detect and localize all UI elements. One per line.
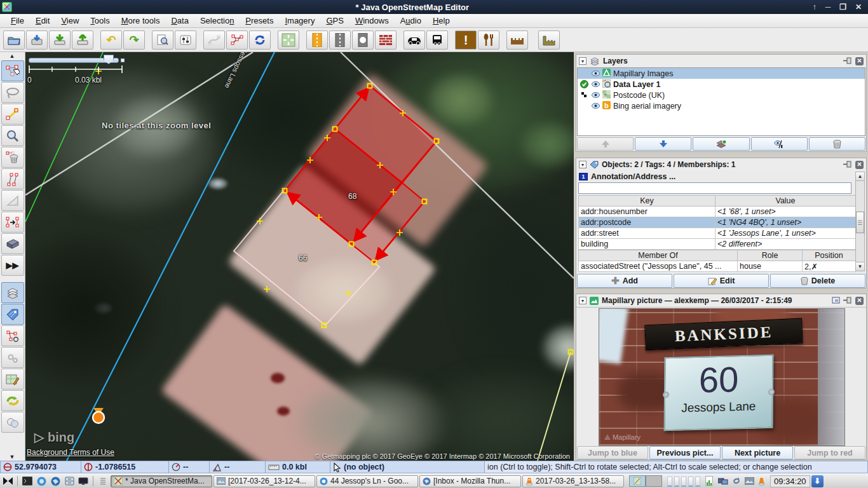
layer-row-bing[interactable]: b Bing aerial imagery <box>578 100 865 111</box>
restaurant-preset-button[interactable] <box>478 30 499 50</box>
tray-screenshot-icon[interactable] <box>745 477 754 485</box>
layers-collapse-button[interactable]: ▼ <box>579 57 587 65</box>
mapillary-camera-marker[interactable] <box>93 408 104 423</box>
menu-audio[interactable]: Audio <box>395 15 427 27</box>
toggle-mappaint-panel-button[interactable] <box>1 369 24 390</box>
taskbar-window-thunderbird[interactable]: [Inbox - Mozilla Thun... <box>419 475 521 487</box>
car-preset-button[interactable] <box>403 30 425 50</box>
crossing-preset-button[interactable] <box>352 30 374 50</box>
layer-row-mapillary[interactable]: Mapillary Images <box>578 68 865 79</box>
delete-tag-button[interactable]: Delete <box>770 274 865 288</box>
merge-layer-button[interactable] <box>693 137 749 151</box>
jump-to-blue-button[interactable]: Jump to blue <box>577 446 648 459</box>
menu-gps[interactable]: GPS <box>320 15 349 27</box>
move-layer-down-button[interactable] <box>635 137 691 151</box>
menu-selection[interactable]: Selection <box>194 15 240 27</box>
add-tag-button[interactable]: ✚Add <box>577 274 672 288</box>
delete-layer-button[interactable] <box>809 137 865 151</box>
parallel-way-tool-button[interactable] <box>1 168 24 189</box>
path-way-yellow[interactable] <box>538 352 571 461</box>
split-way-button[interactable] <box>226 30 248 50</box>
scroll-down-arrow[interactable]: ▼ <box>856 262 864 271</box>
browser-launcher-icon[interactable] <box>35 475 48 487</box>
mapillary-close-icon[interactable]: ✕ <box>855 297 864 305</box>
hazard-preset-button[interactable]: ! <box>455 30 477 50</box>
delete-tool-button[interactable] <box>1 147 24 168</box>
toggle-selection-panel-button[interactable] <box>1 412 24 433</box>
road-preset-button[interactable] <box>329 30 351 50</box>
visibility-eye-icon[interactable] <box>592 91 600 100</box>
mapillary-photo[interactable]: BANKSIDE 60 Jessops Lane ⟁ Mapillary <box>599 308 845 446</box>
layer-row-postcode[interactable]: ≋ Postcode (UK) <box>578 90 865 100</box>
maximize-button[interactable]: ❐ <box>839 1 846 13</box>
membership-row[interactable]: associatedStreet ("Jessops Lane", 45 ...… <box>579 261 856 272</box>
tray-displays-icon[interactable] <box>718 477 728 485</box>
layer-row-data[interactable]: Data Layer 1 <box>578 79 865 90</box>
motorway-preset-button[interactable] <box>306 30 328 50</box>
next-picture-button[interactable]: Next picture <box>722 446 793 459</box>
visibility-eye-icon[interactable] <box>592 69 600 78</box>
visibility-eye-icon[interactable] <box>592 80 600 89</box>
mapillary-pin-icon[interactable] <box>843 297 852 305</box>
taskbar-window-browser[interactable]: 44 Jessop's Ln - Goo... <box>316 475 418 487</box>
minimize-button[interactable]: ─ <box>825 1 831 13</box>
edit-tag-button[interactable]: Edit <box>674 274 769 288</box>
extrude-tool-button[interactable] <box>1 190 24 211</box>
toggle-command-stack-button[interactable] <box>1 347 24 368</box>
display-settings-launcher-icon[interactable] <box>77 475 90 487</box>
toggle-relations-panel-button[interactable] <box>1 325 24 346</box>
tools-scroll-down[interactable]: ▼ <box>0 453 24 461</box>
upload-data-button[interactable] <box>72 30 93 50</box>
taskbar-window-image[interactable]: [2017-03-26_13-12-4... <box>214 475 315 487</box>
menu-edit[interactable]: Edit <box>30 15 55 27</box>
tag-filter-input[interactable] <box>578 182 851 194</box>
tag-row[interactable]: building<2 different> <box>579 239 856 250</box>
tag-row-selected[interactable]: addr:postcode<1 'NG4 4BQ', 1 unset> <box>579 217 856 228</box>
preset-link-row[interactable]: 1 Annotation/Address ... <box>576 171 866 182</box>
toggle-layers-panel-button[interactable] <box>1 282 24 303</box>
move-layer-up-button[interactable] <box>577 137 634 151</box>
wall-preset-button[interactable] <box>375 30 397 50</box>
tag-row[interactable]: addr:housenumber<1 '68', 1 unset> <box>579 207 856 217</box>
toggle-tags-panel-button[interactable] <box>1 304 24 325</box>
file-manager-launcher-icon[interactable] <box>63 475 76 487</box>
menu-help[interactable]: Help <box>427 15 456 27</box>
building-tool-button[interactable] <box>1 233 24 254</box>
window-list-icon[interactable] <box>97 475 109 487</box>
undo-button[interactable]: ↶ <box>100 30 122 50</box>
menu-view[interactable]: View <box>55 15 85 27</box>
open-file-button[interactable] <box>3 30 25 50</box>
background-terms-link[interactable]: Background Terms of Use <box>27 448 114 457</box>
jump-to-red-button[interactable]: Jump to red <box>794 446 865 459</box>
mapillary-collapse-button[interactable]: ▼ <box>579 297 587 304</box>
map-canvas[interactable]: 0 0.03 kbl No tiles at this zoom level J… <box>25 52 574 461</box>
download-area-button[interactable] <box>278 30 299 50</box>
mapillary-detach-icon[interactable] <box>832 297 840 305</box>
download-data-button[interactable] <box>49 30 71 50</box>
more-tools-button[interactable]: ▶▶ <box>1 255 24 276</box>
castle-preset-button[interactable] <box>506 30 528 50</box>
taskbar-window-vlc[interactable]: 2017-03-26_13-13-58... <box>522 475 624 487</box>
update-data-button[interactable] <box>249 30 271 50</box>
tools-scroll-up[interactable]: ▲ <box>0 52 24 60</box>
shade-window-button[interactable]: ↑ <box>813 1 817 13</box>
tags-collapse-button[interactable]: ▼ <box>579 161 587 168</box>
scroll-thumb[interactable] <box>856 212 864 233</box>
lasso-tool-button[interactable] <box>1 82 24 103</box>
scroll-up-arrow[interactable]: ▲ <box>856 172 864 181</box>
menu-imagery[interactable]: Imagery <box>279 15 320 27</box>
workspace-2[interactable] <box>646 475 662 487</box>
show-desktop-button[interactable]: ⬇ <box>811 475 824 487</box>
tray-vlc-icon[interactable] <box>758 477 765 485</box>
factory-preset-button[interactable] <box>538 30 560 50</box>
preset-link-label[interactable]: Annotation/Address ... <box>591 172 675 181</box>
previous-picture-button[interactable]: Previous pict... <box>649 446 721 459</box>
layers-close-icon[interactable]: ✕ <box>855 57 864 65</box>
window-manager-menu-icon[interactable] <box>1 475 14 487</box>
taskbar-clock[interactable]: 09:34:20 <box>770 475 810 487</box>
merge-way-button-disabled[interactable] <box>203 30 225 50</box>
menu-windows[interactable]: Windows <box>349 15 395 27</box>
menu-data[interactable]: Data <box>165 15 194 27</box>
thunderbird-launcher-icon[interactable] <box>49 475 62 487</box>
save-button[interactable] <box>26 30 48 50</box>
